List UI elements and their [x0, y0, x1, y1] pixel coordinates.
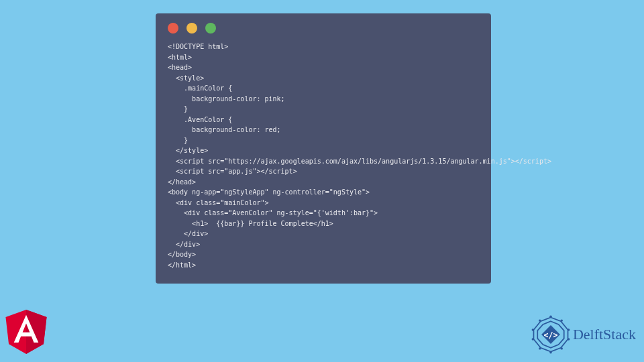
window-controls	[168, 23, 479, 34]
svg-point-6	[549, 316, 551, 318]
svg-point-10	[560, 347, 562, 349]
delftstack-logo: </> DelftStack	[531, 315, 636, 354]
svg-point-9	[568, 338, 570, 340]
code-block: <!DOCTYPE html> <html> <head> <style> .m…	[168, 42, 479, 270]
maximize-icon[interactable]	[205, 23, 216, 34]
svg-text:</>: </>	[543, 330, 557, 340]
svg-point-13	[531, 338, 533, 340]
minimize-icon[interactable]	[186, 23, 197, 34]
delftstack-text: DelftStack	[573, 326, 636, 343]
svg-point-12	[539, 347, 541, 349]
code-window: <!DOCTYPE html> <html> <head> <style> .m…	[156, 13, 491, 284]
svg-point-15	[539, 319, 541, 321]
angular-shield-icon	[5, 310, 47, 354]
close-icon[interactable]	[168, 23, 178, 34]
svg-point-8	[568, 328, 570, 330]
svg-marker-1	[26, 310, 47, 354]
svg-point-7	[560, 319, 562, 321]
delftstack-badge-icon: </>	[531, 315, 570, 354]
angular-logo	[5, 310, 47, 357]
svg-point-11	[549, 351, 551, 353]
svg-point-14	[531, 328, 533, 330]
